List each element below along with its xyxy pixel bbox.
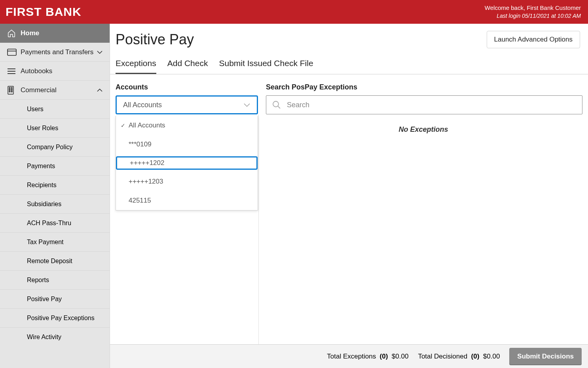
welcome-block: Welcome back, First Bank Customer Last l… xyxy=(485,4,581,19)
sidebar-sub-users[interactable]: Users xyxy=(0,100,110,119)
sidebar-item-label: Home xyxy=(21,29,39,37)
accounts-dropdown-toggle[interactable]: All Accounts xyxy=(116,95,258,114)
exceptions-detail-pane: No Exceptions xyxy=(259,114,588,344)
option-label: All Accounts xyxy=(129,121,165,129)
sidebar-item-payments-transfers[interactable]: Payments and Transfers xyxy=(0,43,110,62)
main-content: Positive Pay Launch Advanced Options Exc… xyxy=(110,24,588,368)
total-decisioned-metric: Total Decisioned (0) $0.00 xyxy=(418,353,500,360)
brand-logo: FIRST BANK xyxy=(6,5,82,19)
sidebar-item-label: Autobooks xyxy=(21,67,52,75)
sidebar-sub-ach-pass-thru[interactable]: ACH Pass-Thru xyxy=(0,214,110,233)
welcome-text: Welcome back, First Bank Customer xyxy=(485,4,581,12)
sidebar-item-label: Commercial xyxy=(21,86,57,94)
sidebar: Home Payments and Transfers Autobooks Co… xyxy=(0,24,110,368)
sidebar-item-label: Payments and Transfers xyxy=(21,48,93,56)
check-icon: ✓ xyxy=(121,122,125,129)
sidebar-sub-recipients[interactable]: Recipients xyxy=(0,176,110,195)
submit-decisions-button[interactable]: Submit Decisions xyxy=(509,348,582,365)
svg-rect-0 xyxy=(8,49,16,55)
accounts-label: Accounts xyxy=(116,83,258,91)
tab-submit-issued-check-file[interactable]: Submit Issued Check File xyxy=(219,55,313,74)
option-label: +++++1202 xyxy=(130,159,164,167)
total-decisioned-count: (0) xyxy=(471,353,480,360)
sidebar-sub-tax-payment[interactable]: Tax Payment xyxy=(0,233,110,252)
accounts-option-0109[interactable]: ***0109 xyxy=(116,135,258,154)
svg-rect-5 xyxy=(8,86,13,94)
option-label: ***0109 xyxy=(129,140,152,148)
svg-rect-7 xyxy=(11,87,13,89)
chevron-up-icon xyxy=(97,88,102,92)
total-exceptions-metric: Total Exceptions (0) $0.00 xyxy=(327,353,408,360)
building-icon xyxy=(7,86,21,95)
chevron-down-icon xyxy=(97,50,102,54)
accounts-option-1203[interactable]: +++++1203 xyxy=(116,172,258,191)
sidebar-item-autobooks[interactable]: Autobooks xyxy=(0,62,110,81)
sidebar-item-home[interactable]: Home xyxy=(0,24,110,43)
sidebar-sub-remote-deposit[interactable]: Remote Deposit xyxy=(0,252,110,271)
no-exceptions-text: No Exceptions xyxy=(398,125,448,133)
chevron-down-icon xyxy=(243,102,250,107)
menu-icon xyxy=(7,68,21,74)
accounts-option-all[interactable]: ✓ All Accounts xyxy=(116,116,258,135)
home-icon xyxy=(7,29,21,38)
last-login-text: Last login 05/11/2021 at 10:02 AM xyxy=(485,12,581,20)
accounts-option-425115[interactable]: 425115 xyxy=(116,191,258,210)
sidebar-sub-payments[interactable]: Payments xyxy=(0,157,110,176)
sidebar-sub-user-roles[interactable]: User Roles xyxy=(0,119,110,138)
accounts-dropdown-panel: ✓ All Accounts ***0109 +++++1202 +++++12… xyxy=(116,116,258,211)
svg-rect-8 xyxy=(9,89,10,90)
svg-point-12 xyxy=(273,101,279,107)
search-input[interactable] xyxy=(287,101,577,109)
launch-advanced-options-button[interactable]: Launch Advanced Options xyxy=(487,31,580,48)
sidebar-sub-company-policy[interactable]: Company Policy xyxy=(0,138,110,157)
accounts-option-1202[interactable]: +++++1202 xyxy=(116,156,258,170)
total-exceptions-count: (0) xyxy=(380,353,388,360)
sidebar-item-commercial[interactable]: Commercial xyxy=(0,81,110,100)
sidebar-sub-reports[interactable]: Reports xyxy=(0,271,110,290)
sidebar-sub-positive-pay-exceptions[interactable]: Positive Pay Exceptions xyxy=(0,309,110,328)
sidebar-sub-wire-activity[interactable]: Wire Activity xyxy=(0,328,110,347)
total-decisioned-label: Total Decisioned xyxy=(418,353,467,360)
app-header: FIRST BANK Welcome back, First Bank Cust… xyxy=(0,0,588,24)
svg-rect-10 xyxy=(9,91,10,92)
search-box[interactable] xyxy=(266,95,582,114)
page-title: Positive Pay xyxy=(116,31,194,48)
footer-bar: Total Exceptions (0) $0.00 Total Decisio… xyxy=(110,344,588,368)
total-decisioned-amount: $0.00 xyxy=(483,353,500,360)
accounts-dropdown: All Accounts ✓ All Accounts ***0109 xyxy=(116,95,258,114)
tab-bar: Exceptions Add Check Submit Issued Check… xyxy=(110,51,588,74)
sidebar-sub-positive-pay[interactable]: Positive Pay xyxy=(0,290,110,309)
option-label: +++++1203 xyxy=(129,178,163,186)
accounts-selected-value: All Accounts xyxy=(123,101,162,109)
tab-exceptions[interactable]: Exceptions xyxy=(116,55,156,74)
sidebar-sub-subsidiaries[interactable]: Subsidiaries xyxy=(0,195,110,214)
option-label: 425115 xyxy=(129,197,151,205)
svg-rect-11 xyxy=(11,91,13,92)
search-icon xyxy=(272,100,281,110)
svg-line-13 xyxy=(278,106,281,109)
svg-rect-6 xyxy=(9,87,10,89)
total-exceptions-amount: $0.00 xyxy=(392,353,409,360)
card-icon xyxy=(7,49,21,56)
svg-rect-9 xyxy=(11,89,13,90)
total-exceptions-label: Total Exceptions xyxy=(327,353,376,360)
tab-add-check[interactable]: Add Check xyxy=(167,55,208,74)
search-label: Search PosPay Exceptions xyxy=(266,83,582,91)
